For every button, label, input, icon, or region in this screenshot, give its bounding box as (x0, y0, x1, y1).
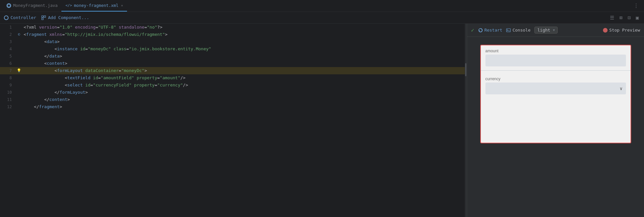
line-num-10: 10 (0, 89, 16, 96)
stop-label: Stop Preview (609, 28, 640, 33)
line-num-5: 5 (0, 53, 16, 60)
main-area: 1 <?xml version="1.0" encoding="UTF-8" s… (0, 24, 644, 217)
line-content-5: </data> (22, 53, 465, 60)
console-icon (506, 28, 511, 33)
svg-point-0 (8, 4, 10, 7)
currency-label: currency (485, 77, 626, 81)
console-label: Console (512, 28, 530, 33)
line-indicator-6 (16, 60, 22, 67)
tab-bar: MoneyFragment.java </> money-fragment.xm… (0, 0, 644, 12)
xml-icon: </> (65, 3, 72, 8)
line-content-11: </content> (22, 96, 465, 103)
line-content-2: <fragment xmlns="http://jmix.io/schema/f… (22, 31, 465, 38)
code-line-3: 3 <data> (0, 38, 465, 45)
code-line-11: 11 </content> (0, 96, 465, 103)
restart-label: Restart (484, 28, 503, 33)
java-icon (7, 3, 11, 8)
stop-preview-button[interactable]: Stop Preview (603, 28, 640, 33)
amount-input[interactable] (485, 55, 626, 66)
code-line-12: 12 </fragment> (0, 103, 465, 110)
select-arrow-icon: ∨ (620, 86, 622, 91)
line-num-12: 12 (0, 103, 16, 110)
preview-toolbar: ✓ Restart Console light ▼ (467, 24, 644, 37)
line-num-11: 11 (0, 96, 16, 103)
tab-close-icon[interactable]: ✕ (121, 4, 123, 7)
line-num-3: 3 (0, 38, 16, 45)
line-num-2: 2 (0, 31, 16, 38)
amount-label: amount (485, 49, 626, 53)
component-icon (41, 15, 46, 20)
code-line-7: 7 💡 <formLayout dataContainer="moneyDc"> (0, 67, 465, 74)
line-indicator-11 (16, 96, 22, 103)
image-icon[interactable]: ▣ (634, 14, 640, 21)
line-indicator-1 (16, 24, 22, 31)
right-panel: ✓ Restart Console light ▼ (467, 24, 644, 217)
add-component-label: Add Component... (48, 15, 89, 20)
controller-button[interactable]: Controller (4, 15, 36, 20)
restart-icon (478, 28, 483, 33)
line-indicator-12 (16, 103, 22, 110)
line-content-7: <formLayout dataContainer="moneyDc"> (22, 67, 465, 74)
theme-value: light (537, 28, 550, 33)
tab-xml[interactable]: </> money-fragment.xml ✕ (61, 0, 127, 12)
preview-icon[interactable]: ⊡ (626, 14, 632, 21)
line-num-1: 1 (0, 24, 16, 31)
stop-icon (603, 28, 608, 33)
tab-xml-label: money-fragment.xml (74, 3, 118, 8)
line-content-10: </formLayout> (22, 89, 465, 96)
line-indicator-8 (16, 74, 22, 82)
line-indicator-3 (16, 38, 22, 45)
controller-icon (4, 15, 9, 20)
editor-toolbar: Controller Add Component... ☰ ⊞ ⊡ ▣ (0, 12, 644, 24)
currency-select[interactable]: ∨ (485, 83, 626, 94)
controller-label: Controller (11, 15, 36, 20)
split-view-icon[interactable]: ⊞ (618, 14, 624, 21)
currency-field-container: currency ∨ (481, 73, 631, 96)
line-content-6: <content> (22, 60, 465, 67)
code-line-9: 9 <select id="currencyField" property="c… (0, 82, 465, 89)
code-line-5: 5 </data> (0, 53, 465, 60)
line-content-3: <data> (22, 38, 465, 45)
line-content-12: </fragment> (22, 103, 465, 110)
code-line-10: 10 </formLayout> (0, 89, 465, 96)
code-lines: 1 <?xml version="1.0" encoding="UTF-8" s… (0, 24, 465, 110)
amount-field-container: amount (481, 45, 631, 68)
scrollbar-thumb (465, 63, 466, 76)
line-num-7: 7 (0, 67, 16, 74)
line-content-1: <?xml version="1.0" encoding="UTF-8" sta… (22, 24, 465, 31)
line-content-8: <textField id="amountField" property="am… (22, 74, 465, 82)
line-content-9: <select id="currencyField" property="cur… (22, 82, 465, 89)
line-indicator-7: 💡 (16, 67, 22, 74)
code-line-4: 4 <instance id="moneyDc" class="io.jmix.… (0, 45, 465, 53)
code-line-6: 6 <content> (0, 60, 465, 67)
line-num-4: 4 (0, 45, 16, 53)
console-button[interactable]: Console (506, 28, 530, 33)
line-num-9: 9 (0, 82, 16, 89)
toolbar-right: ☰ ⊞ ⊡ ▣ (609, 14, 640, 21)
more-tabs-icon[interactable]: ⋮ (631, 3, 641, 9)
line-indicator-4 (16, 45, 22, 53)
tab-java[interactable]: MoneyFragment.java (3, 0, 61, 12)
line-indicator-2: © (16, 31, 22, 38)
line-indicator-9 (16, 82, 22, 89)
line-indicator-10 (16, 89, 22, 96)
svg-rect-1 (42, 16, 43, 17)
dropdown-arrow-icon: ▼ (553, 28, 555, 32)
preview-area: amount currency ∨ (467, 37, 644, 217)
editor-scrollbar[interactable] (465, 24, 467, 217)
svg-rect-3 (42, 18, 43, 20)
line-num-6: 6 (0, 60, 16, 67)
line-content-4: <instance id="moneyDc" class="io.jmix.bo… (22, 45, 465, 53)
code-line-1: 1 <?xml version="1.0" encoding="UTF-8" s… (0, 24, 465, 31)
restart-button[interactable]: Restart (478, 28, 503, 33)
theme-dropdown[interactable]: light ▼ (534, 27, 558, 34)
field-divider (481, 70, 631, 71)
code-editor[interactable]: 1 <?xml version="1.0" encoding="UTF-8" s… (0, 24, 465, 217)
code-line-2: 2 © <fragment xmlns="http://jmix.io/sche… (0, 31, 465, 38)
tabs-container: MoneyFragment.java </> money-fragment.xm… (3, 0, 127, 12)
add-component-button[interactable]: Add Component... (41, 15, 89, 20)
svg-rect-2 (44, 16, 46, 17)
lines-view-icon[interactable]: ☰ (609, 14, 615, 21)
line-indicator-5 (16, 53, 22, 60)
tab-java-label: MoneyFragment.java (13, 3, 57, 8)
